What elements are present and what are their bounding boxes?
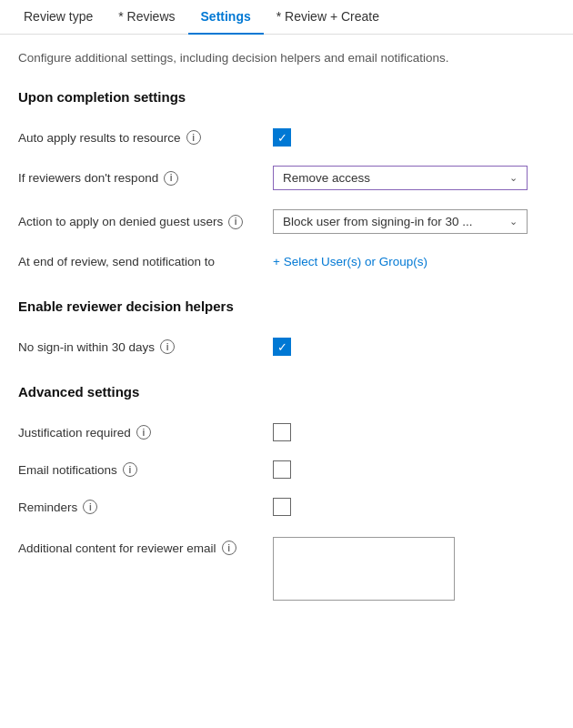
justification-label: Justification required i	[18, 425, 273, 440]
if-reviewers-dropdown-value: Remove access	[283, 171, 370, 185]
action-denied-row: Action to apply on denied guest users i …	[18, 200, 555, 244]
no-signin-check-mark: ✓	[277, 341, 287, 353]
send-notification-label: At end of review, send notification to	[18, 255, 273, 268]
action-denied-control: Block user from signing-in for 30 ... ⌄	[273, 209, 555, 234]
email-notifications-row: Email notifications i	[18, 451, 555, 489]
action-denied-label: Action to apply on denied guest users i	[18, 215, 273, 229]
tab-reviews[interactable]: * Reviews	[106, 0, 187, 35]
tab-review-type[interactable]: Review type	[11, 0, 106, 35]
action-denied-dropdown-value: Block user from signing-in for 30 ...	[283, 215, 473, 228]
additional-content-control	[273, 537, 555, 601]
email-notifications-control	[273, 460, 555, 479]
tab-navigation: Review type * Reviews Settings * Review …	[0, 0, 573, 35]
justification-control	[273, 423, 555, 441]
if-reviewers-info-icon[interactable]: i	[164, 171, 178, 186]
auto-apply-info-icon[interactable]: i	[186, 130, 201, 145]
no-signin-label: No sign-in within 30 days i	[18, 339, 273, 354]
auto-apply-checkbox[interactable]: ✓	[273, 128, 291, 147]
no-signin-row: No sign-in within 30 days i ✓	[18, 329, 555, 366]
no-signin-info-icon[interactable]: i	[160, 339, 175, 354]
email-notifications-info-icon[interactable]: i	[123, 462, 137, 477]
additional-content-textarea[interactable]	[273, 537, 455, 601]
no-signin-control: ✓	[273, 338, 555, 356]
helpers-section: Enable reviewer decision helpers No sign…	[18, 298, 555, 366]
reminders-info-icon[interactable]: i	[83, 500, 97, 514]
justification-row: Justification required i	[18, 414, 555, 451]
reminders-control	[273, 498, 555, 516]
completion-section: Upon completion settings Auto apply resu…	[18, 89, 555, 280]
if-reviewers-dropdown-arrow: ⌄	[509, 172, 518, 184]
auto-apply-control: ✓	[273, 128, 555, 147]
no-signin-checkbox[interactable]: ✓	[273, 338, 291, 356]
reminders-label: Reminders i	[18, 500, 273, 514]
tab-review-create[interactable]: * Review + Create	[264, 0, 392, 35]
check-mark: ✓	[277, 132, 287, 144]
send-notification-row: At end of review, send notification to +…	[18, 244, 555, 280]
advanced-section: Advanced settings Justification required…	[18, 384, 555, 611]
page-content: Configure additional settings, including…	[0, 35, 573, 625]
action-denied-dropdown[interactable]: Block user from signing-in for 30 ... ⌄	[273, 209, 528, 234]
email-notifications-label: Email notifications i	[18, 462, 273, 477]
tab-settings[interactable]: Settings	[188, 0, 264, 35]
justification-checkbox[interactable]	[273, 423, 291, 441]
justification-info-icon[interactable]: i	[136, 425, 151, 440]
additional-content-label: Additional content for reviewer email i	[18, 537, 273, 555]
advanced-section-title: Advanced settings	[18, 384, 555, 399]
auto-apply-label: Auto apply results to resource i	[18, 130, 273, 145]
reminders-row: Reminders i	[18, 489, 555, 526]
helpers-section-title: Enable reviewer decision helpers	[18, 298, 555, 314]
if-reviewers-control: Remove access ⌄	[273, 166, 555, 190]
action-denied-dropdown-arrow: ⌄	[509, 216, 518, 228]
if-reviewers-label: If reviewers don't respond i	[18, 171, 273, 186]
page-description: Configure additional settings, including…	[18, 49, 555, 67]
action-denied-info-icon[interactable]: i	[228, 215, 243, 229]
completion-section-title: Upon completion settings	[18, 89, 555, 105]
auto-apply-row: Auto apply results to resource i ✓	[18, 119, 555, 157]
additional-content-info-icon[interactable]: i	[222, 541, 236, 555]
additional-content-row: Additional content for reviewer email i	[18, 526, 555, 611]
reminders-checkbox[interactable]	[273, 498, 291, 516]
if-reviewers-row: If reviewers don't respond i Remove acce…	[18, 157, 555, 200]
if-reviewers-dropdown[interactable]: Remove access ⌄	[273, 166, 528, 190]
email-notifications-checkbox[interactable]	[273, 460, 291, 479]
send-notification-control: + Select User(s) or Group(s)	[273, 255, 555, 268]
select-users-link[interactable]: + Select User(s) or Group(s)	[273, 255, 427, 268]
